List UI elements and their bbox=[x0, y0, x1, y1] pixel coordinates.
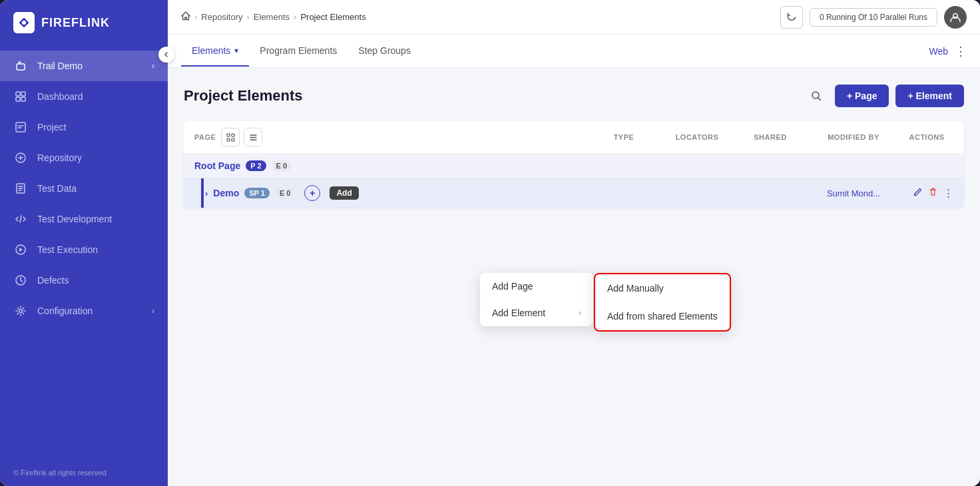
sidebar-item-test-data[interactable]: Test Data bbox=[0, 173, 168, 204]
sidebar: FIREFLINK Trail Demo › Dashboard bbox=[0, 0, 168, 486]
refresh-button[interactable] bbox=[780, 6, 803, 29]
briefcase-icon bbox=[13, 59, 28, 73]
svg-point-11 bbox=[19, 310, 23, 313]
sidebar-item-trail-demo[interactable]: Trail Demo › bbox=[0, 51, 168, 81]
demo-e0-badge: E 0 bbox=[275, 188, 296, 198]
logo-text: FIREFLINK bbox=[41, 16, 110, 30]
sidebar-label-repository: Repository bbox=[37, 152, 154, 163]
list-view-icon[interactable] bbox=[244, 128, 262, 146]
add-element-button[interactable]: + Element bbox=[895, 85, 964, 107]
add-page-menu-item[interactable]: Add Page bbox=[480, 273, 593, 300]
svg-rect-2 bbox=[16, 92, 20, 96]
top-bar: › Repository › Elements › Project Elemen… bbox=[168, 0, 980, 35]
add-element-arrow-icon: › bbox=[579, 308, 581, 318]
sidebar-item-defects[interactable]: Defects bbox=[0, 265, 168, 296]
breadcrumb-sep-1: › bbox=[194, 12, 197, 22]
sidebar-item-project[interactable]: Project bbox=[0, 112, 168, 142]
page-title: Project Elements bbox=[184, 87, 804, 105]
tab-elements[interactable]: Elements ▾ bbox=[181, 36, 249, 67]
content-header: Project Elements + Page + Element bbox=[184, 84, 964, 108]
sidebar-item-repository[interactable]: Repository bbox=[0, 142, 168, 173]
exec-icon bbox=[13, 242, 28, 257]
home-icon[interactable] bbox=[181, 11, 190, 23]
breadcrumb-sep-2: › bbox=[246, 12, 249, 22]
chevron-right-icon: › bbox=[152, 61, 154, 71]
col-modified: MODIFIED BY bbox=[807, 133, 900, 141]
demo-modified-by: Sumit Mond... bbox=[807, 188, 900, 198]
demo-add-button[interactable]: Add bbox=[330, 186, 358, 200]
root-page-label: Root Page P 2 E 0 bbox=[194, 160, 953, 171]
svg-rect-6 bbox=[16, 122, 25, 132]
svg-rect-15 bbox=[232, 134, 234, 136]
demo-more-button[interactable]: ⋮ bbox=[943, 187, 953, 199]
demo-sp1-badge: SP 1 bbox=[244, 188, 270, 198]
more-options-icon[interactable]: ⋮ bbox=[955, 44, 967, 59]
sidebar-item-test-development[interactable]: Test Development bbox=[0, 204, 168, 234]
tab-bar: Elements ▾ Program Elements Step Groups … bbox=[168, 35, 980, 68]
root-page-e0-badge: E 0 bbox=[272, 160, 292, 171]
elements-table: PAGE TYPE LOCATORS SHA bbox=[184, 121, 964, 208]
table-view-icons bbox=[221, 128, 262, 146]
svg-rect-17 bbox=[232, 138, 234, 141]
sidebar-item-test-execution[interactable]: Test Execution bbox=[0, 234, 168, 265]
search-button[interactable] bbox=[804, 84, 828, 108]
sidebar-item-configuration[interactable]: Configuration › bbox=[0, 296, 168, 326]
sidebar-footer: © Fireflink all rights reserved bbox=[0, 459, 168, 486]
user-avatar[interactable] bbox=[944, 6, 967, 29]
svg-point-0 bbox=[22, 21, 26, 25]
grid-view-icon[interactable] bbox=[221, 128, 240, 146]
top-bar-right: 0 Running Of 10 Parallel Runs bbox=[780, 6, 967, 29]
add-from-shared-item[interactable]: Add from shared Elements bbox=[595, 302, 730, 330]
sidebar-label-test-data: Test Data bbox=[37, 183, 154, 194]
sidebar-label-dashboard: Dashboard bbox=[37, 91, 154, 102]
svg-rect-14 bbox=[227, 134, 230, 136]
demo-edit-button[interactable] bbox=[913, 187, 923, 199]
demo-indent bbox=[201, 178, 204, 208]
sidebar-logo: FIREFLINK bbox=[0, 0, 168, 45]
demo-expand-icon[interactable]: › bbox=[205, 188, 208, 198]
project-icon bbox=[13, 120, 28, 134]
add-manually-item[interactable]: Add Manually bbox=[595, 274, 730, 302]
sidebar-label-trail-demo: Trail Demo bbox=[37, 61, 142, 71]
submenu-container: Add Manually Add from shared Elements bbox=[594, 273, 731, 332]
runs-badge[interactable]: 0 Running Of 10 Parallel Runs bbox=[810, 8, 937, 27]
col-shared: SHARED bbox=[734, 133, 807, 141]
col-locators: LOCATORS bbox=[660, 133, 734, 141]
svg-rect-4 bbox=[16, 97, 20, 101]
breadcrumb-repository[interactable]: Repository bbox=[201, 12, 242, 22]
breadcrumb: › Repository › Elements › Project Elemen… bbox=[181, 11, 775, 23]
demo-add-circle-button[interactable]: + bbox=[304, 185, 320, 201]
demo-actions: ⋮ bbox=[900, 187, 953, 199]
config-icon bbox=[13, 304, 28, 318]
breadcrumb-sep-3: › bbox=[294, 12, 296, 22]
sidebar-item-dashboard[interactable]: Dashboard bbox=[0, 81, 168, 112]
tab-program-elements[interactable]: Program Elements bbox=[249, 36, 348, 67]
sidebar-label-test-development: Test Development bbox=[37, 214, 154, 224]
sidebar-label-project: Project bbox=[37, 122, 154, 132]
add-element-menu-item[interactable]: Add Element › bbox=[480, 300, 593, 326]
add-page-button[interactable]: + Page bbox=[835, 85, 889, 107]
dropdown-menu-container: Add Page Add Element › bbox=[480, 273, 593, 326]
sidebar-collapse-button[interactable] bbox=[158, 47, 174, 63]
svg-rect-1 bbox=[17, 64, 25, 70]
web-link[interactable]: Web bbox=[929, 46, 948, 57]
header-actions: + Page + Element bbox=[804, 84, 964, 108]
tab-step-groups[interactable]: Step Groups bbox=[348, 36, 421, 67]
sidebar-nav: Trail Demo › Dashboard Project bbox=[0, 45, 168, 459]
col-type: TYPE bbox=[587, 133, 660, 141]
dashboard-icon bbox=[13, 89, 28, 104]
svg-rect-3 bbox=[21, 92, 25, 96]
repository-icon bbox=[13, 150, 28, 165]
add-element-submenu: Add Manually Add from shared Elements bbox=[594, 273, 731, 332]
config-arrow-icon: › bbox=[152, 306, 154, 316]
sidebar-label-defects: Defects bbox=[37, 275, 154, 286]
elements-dropdown-icon: ▾ bbox=[234, 46, 238, 55]
breadcrumb-elements[interactable]: Elements bbox=[254, 12, 290, 22]
table-header: PAGE TYPE LOCATORS SHA bbox=[184, 121, 964, 154]
defects-icon bbox=[13, 273, 28, 288]
testdata-icon bbox=[13, 181, 28, 196]
demo-row: › Demo SP 1 E 0 + Add Sumit Mond... bbox=[184, 178, 964, 208]
sidebar-label-test-execution: Test Execution bbox=[37, 244, 154, 255]
svg-rect-5 bbox=[21, 97, 25, 101]
demo-delete-button[interactable] bbox=[928, 187, 938, 199]
